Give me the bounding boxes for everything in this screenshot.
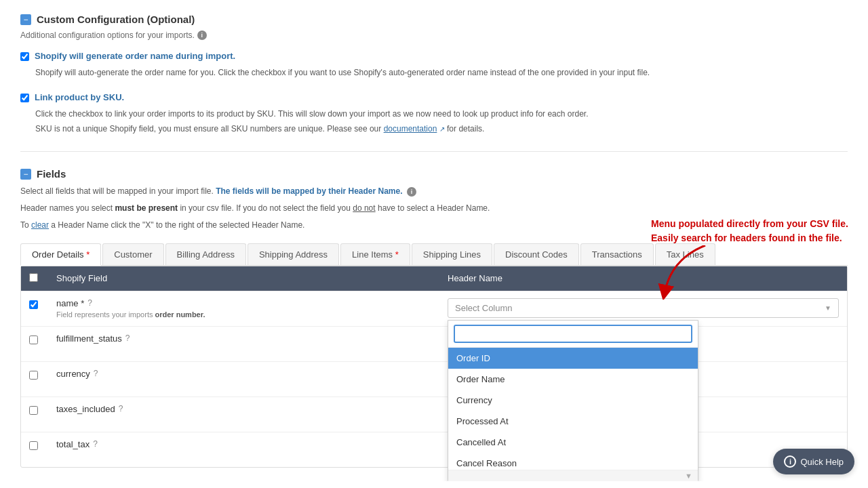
currency-checkbox[interactable] xyxy=(29,371,38,380)
name-select-wrapper: Select Column ▼ Order ID Order Name C xyxy=(448,298,839,318)
taxes-field-label: taxes_included xyxy=(56,404,115,414)
fulfillment-checkbox[interactable] xyxy=(29,336,38,344)
row-checkbox-fulfillment xyxy=(29,333,56,346)
fields-desc1: Select all fields that will be mapped in… xyxy=(20,185,848,198)
table-row: name * ? Field represents your imports o… xyxy=(21,291,847,326)
dropdown-scroll-indicator: ▼ xyxy=(448,470,698,481)
table-row: taxes_included ? xyxy=(21,396,847,432)
row-checkbox-taxes xyxy=(29,404,56,417)
total-tax-field-cell: total_tax ? xyxy=(56,439,448,449)
header-name-header: Header Name xyxy=(448,273,839,284)
tab-customer[interactable]: Customer xyxy=(102,243,163,265)
tab-order-details[interactable]: Order Details xyxy=(20,243,101,266)
dropdown-item-processed-at[interactable]: Processed At xyxy=(448,411,698,432)
tab-discount-codes[interactable]: Discount Codes xyxy=(494,243,579,265)
custom-config-subtitle: Additional configuration options for you… xyxy=(20,30,848,40)
tab-billing-address[interactable]: Billing Address xyxy=(165,243,246,265)
fields-info-icon[interactable]: i xyxy=(407,187,416,197)
name-field-note: Field represents your imports order numb… xyxy=(56,310,448,319)
fields-section: Fields Select all fields that will be ma… xyxy=(20,168,848,468)
select-all-checkbox[interactable] xyxy=(29,273,38,282)
total-tax-checkbox[interactable] xyxy=(29,441,38,450)
order-name-label: Shopify will generate order name during … xyxy=(35,51,235,61)
tab-shipping-address[interactable]: Shipping Address xyxy=(248,243,339,265)
dropdown-item-cancel-reason[interactable]: Cancel Reason xyxy=(448,453,698,470)
dropdown-search-area xyxy=(448,321,698,348)
dropdown-list: Order ID Order Name Currency Processed A… xyxy=(448,348,698,470)
fulfillment-field-cell: fulfillment_status ? xyxy=(56,333,448,344)
name-select-column[interactable]: Select Column ▼ xyxy=(448,298,839,318)
name-checkbox[interactable] xyxy=(29,300,38,309)
sku-label: Link product by SKU. xyxy=(35,92,124,102)
checkbox-group-sku: Link product by SKU. Click the checkbox … xyxy=(20,92,848,135)
quick-help-button[interactable]: i Quick Help xyxy=(773,449,854,474)
row-checkbox-currency xyxy=(29,369,56,382)
tab-line-items[interactable]: Line Items xyxy=(340,243,410,265)
row-checkbox-name xyxy=(29,298,56,311)
name-dropdown: Order ID Order Name Currency Processed A… xyxy=(448,320,698,481)
section-divider xyxy=(20,151,848,152)
section-collapse-icon[interactable] xyxy=(20,14,31,25)
fields-title: Fields xyxy=(37,168,66,180)
fields-desc3: To clear a Header Name click the "X" to … xyxy=(20,219,848,232)
fulfillment-field-label: fulfillment_status xyxy=(56,333,122,344)
table-row: currency ? xyxy=(21,361,847,396)
sku-checkbox[interactable] xyxy=(20,94,29,102)
sku-desc2: SKU is not a unique Shopify field, you m… xyxy=(35,123,848,135)
table-row: fulfillment_status ? xyxy=(21,326,847,361)
total-tax-field-label: total_tax xyxy=(56,439,90,449)
quick-help-icon: i xyxy=(784,455,796,468)
taxes-checkbox[interactable] xyxy=(29,406,38,415)
currency-question-icon[interactable]: ? xyxy=(94,369,98,378)
shopify-field-header: Shopify Field xyxy=(56,273,448,284)
dropdown-item-order-name[interactable]: Order Name xyxy=(448,369,698,390)
name-question-icon[interactable]: ? xyxy=(87,298,92,308)
name-field-cell: name * ? Field represents your imports o… xyxy=(56,298,448,319)
currency-field-label: currency xyxy=(56,369,90,379)
select-all-cell xyxy=(29,273,56,284)
fulfillment-question-icon[interactable]: ? xyxy=(125,333,130,343)
dropdown-search-input[interactable] xyxy=(454,325,692,343)
dropdown-item-cancelled-at[interactable]: Cancelled At xyxy=(448,432,698,453)
table-header: Shopify Field Header Name xyxy=(21,266,847,291)
currency-field-cell: currency ? xyxy=(56,369,448,379)
order-name-checkbox[interactable] xyxy=(20,52,29,61)
fields-table: Shopify Field Header Name name * ? Field… xyxy=(20,266,848,468)
name-header-cell: Select Column ▼ Order ID Order Name C xyxy=(448,298,839,318)
fields-collapse-icon[interactable] xyxy=(20,169,31,180)
dropdown-item-order-id[interactable]: Order ID xyxy=(448,348,698,369)
tab-transactions[interactable]: Transactions xyxy=(580,243,654,265)
tab-shipping-lines[interactable]: Shipping Lines xyxy=(412,243,492,265)
fields-desc2: Header names you select must be present … xyxy=(20,202,848,215)
info-icon[interactable]: i xyxy=(197,30,207,40)
dropdown-item-currency[interactable]: Currency xyxy=(448,390,698,411)
order-name-desc: Shopify will auto-generate the order nam… xyxy=(35,66,848,79)
sku-desc1: Click the checkbox to link your order im… xyxy=(35,108,848,120)
table-row: total_tax ? xyxy=(21,432,847,467)
tab-tax-lines[interactable]: Tax Lines xyxy=(655,243,715,265)
quick-help-label: Quick Help xyxy=(800,457,844,467)
checkbox-group-order-name: Shopify will generate order name during … xyxy=(20,51,848,79)
custom-config-title: Custom Configuration (Optional) xyxy=(37,14,195,25)
name-chevron-icon: ▼ xyxy=(825,304,831,312)
tabs-container: Order Details Customer Billing Address S… xyxy=(20,243,848,266)
total-tax-question-icon[interactable]: ? xyxy=(93,439,98,449)
row-checkbox-total-tax xyxy=(29,439,56,452)
name-select-placeholder: Select Column xyxy=(455,303,513,313)
name-field-label: name * xyxy=(56,298,84,308)
taxes-question-icon[interactable]: ? xyxy=(119,404,123,413)
taxes-field-cell: taxes_included ? xyxy=(56,404,448,414)
